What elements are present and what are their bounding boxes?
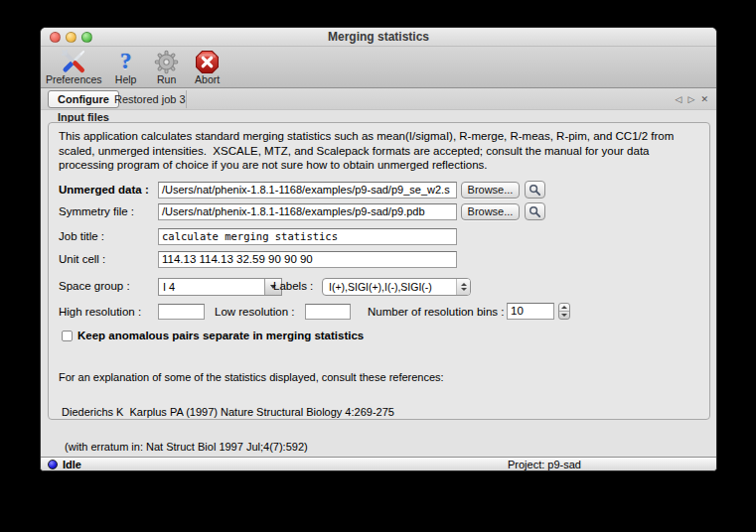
- tools-icon: [61, 49, 86, 74]
- status-bar: Idle Project: p9-sad: [41, 457, 716, 470]
- job-title-label: Job title :: [59, 228, 104, 245]
- symmetry-file-input[interactable]: /Users/nat/phenix-1.8.1-1168/examples/p9…: [158, 203, 457, 220]
- space-group-label: Space group :: [59, 278, 130, 295]
- description-text: This application calculates standard mer…: [59, 129, 704, 173]
- symmetry-file-label: Symmetry file :: [59, 203, 134, 220]
- preferences-button[interactable]: Preferences: [46, 49, 102, 85]
- tab-next-icon[interactable]: ▷: [688, 94, 695, 104]
- labels-value: I(+),SIGI(+),I(-),SIGI(-): [323, 279, 456, 295]
- abort-label: Abort: [195, 73, 220, 85]
- reference-line: (with erratum in: Nat Struct Biol 1997 J…: [59, 442, 444, 454]
- symmetry-file-view-button[interactable]: [525, 202, 545, 220]
- magnifier-icon: [529, 184, 541, 197]
- low-resolution-input[interactable]: [305, 304, 351, 320]
- desktop-background: Merging statistics Preferences: [0, 0, 756, 532]
- unmerged-data-input[interactable]: /Users/nat/phenix-1.8.1-1168/examples/p9…: [158, 182, 457, 199]
- unmerged-data-label: Unmerged data :: [59, 182, 149, 199]
- space-group-value: I 4: [159, 279, 264, 295]
- references-block: For an explanation of some of the statis…: [59, 348, 444, 471]
- help-button[interactable]: ? Help: [109, 49, 143, 85]
- help-label: Help: [115, 73, 137, 85]
- title-bar: Merging statistics: [41, 28, 716, 47]
- stepper-up-icon[interactable]: [559, 304, 569, 312]
- resolution-bins-label: Number of resolution bins :: [368, 304, 504, 321]
- stop-icon: [195, 49, 221, 74]
- tab-bar: Configure Restored job 3 ◁ ▷ ✕: [41, 88, 716, 110]
- labels-popup[interactable]: I(+),SIGI(+),I(-),SIGI(-): [322, 278, 471, 296]
- space-group-combobox[interactable]: I 4: [158, 278, 282, 296]
- reference-line: Diederichs K Karplus PA (1997) Nature St…: [59, 407, 444, 419]
- keep-anomalous-label: Keep anomalous pairs separate in merging…: [77, 328, 364, 344]
- run-label: Run: [157, 73, 176, 85]
- project-label: Project: p9-sad: [508, 458, 581, 471]
- resolution-bins-stepper[interactable]: [558, 303, 570, 320]
- run-button[interactable]: Run: [150, 49, 184, 85]
- tab-prev-icon[interactable]: ◁: [676, 94, 682, 104]
- popup-stepper-icon: [456, 279, 470, 295]
- gear-icon: [154, 49, 180, 74]
- preferences-label: Preferences: [46, 73, 102, 85]
- keep-anomalous-checkbox[interactable]: [62, 331, 73, 341]
- references-intro: For an explanation of some of the statis…: [59, 372, 444, 384]
- tab-restored-job[interactable]: Restored job 3: [102, 90, 198, 108]
- content-area: Input files This application calculates …: [41, 110, 716, 457]
- unit-cell-input[interactable]: 114.13 114.13 32.59 90 90 90: [158, 251, 457, 268]
- tab-navigation: ◁ ▷ ✕: [676, 88, 708, 110]
- low-resolution-label: Low resolution :: [215, 304, 295, 321]
- abort-button[interactable]: Abort: [191, 49, 225, 85]
- toolbar: Preferences ? Help: [41, 47, 716, 88]
- status-orb-icon: [48, 460, 58, 469]
- question-icon: ?: [113, 49, 139, 74]
- window-title: Merging statistics: [41, 28, 716, 47]
- app-window: Merging statistics Preferences: [40, 27, 717, 471]
- high-resolution-input[interactable]: [158, 304, 205, 320]
- tab-separator: [186, 90, 187, 108]
- job-title-input[interactable]: calculate merging statistics: [158, 228, 457, 245]
- resolution-bins-input[interactable]: 10: [507, 303, 554, 320]
- unit-cell-label: Unit cell :: [59, 251, 105, 268]
- input-files-panel: This application calculates standard mer…: [48, 122, 710, 420]
- status-text: Idle: [63, 458, 81, 471]
- stepper-down-icon[interactable]: [559, 312, 569, 319]
- high-resolution-label: High resolution :: [59, 304, 141, 321]
- tab-close-icon[interactable]: ✕: [700, 94, 708, 104]
- magnifier-icon: [529, 205, 541, 218]
- labels-label: Labels :: [273, 278, 313, 295]
- unmerged-data-view-button[interactable]: [525, 181, 545, 199]
- symmetry-file-browse-button[interactable]: Browse...: [461, 203, 520, 220]
- unmerged-data-browse-button[interactable]: Browse...: [461, 182, 520, 199]
